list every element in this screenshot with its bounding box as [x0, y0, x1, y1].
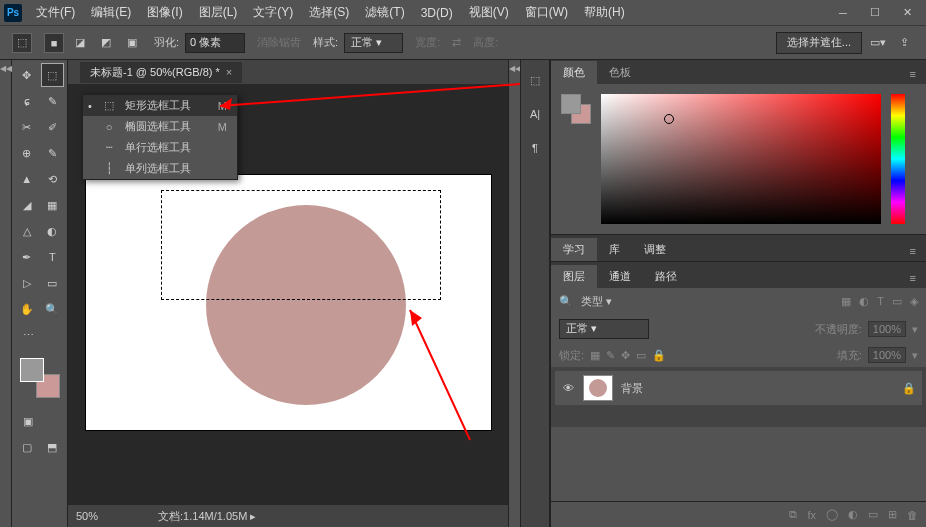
lock-all-icon[interactable]: 🔒	[652, 349, 666, 362]
visibility-icon[interactable]: 👁	[561, 382, 575, 394]
lasso-tool[interactable]: ɕ	[15, 89, 39, 113]
path-select-tool[interactable]: ▷	[15, 271, 39, 295]
delete-layer-icon[interactable]: 🗑	[907, 509, 918, 521]
adjustment-icon[interactable]: ◐	[848, 508, 858, 521]
filter-type-icon[interactable]: T	[877, 295, 884, 308]
blend-mode-select[interactable]: 正常 ▾	[559, 319, 649, 339]
panel-menu-icon[interactable]: ≡	[900, 64, 926, 84]
tab-paths[interactable]: 路径	[643, 265, 689, 288]
brush-tool[interactable]: ✎	[41, 141, 65, 165]
menu-view[interactable]: 视图(V)	[461, 4, 517, 21]
menu-3d[interactable]: 3D(D)	[413, 6, 461, 20]
screenmode2-tool[interactable]: ⬒	[41, 435, 65, 459]
tab-learn[interactable]: 学习	[551, 238, 597, 261]
selection-subtract-icon[interactable]: ◩	[96, 33, 116, 53]
layers-menu-icon[interactable]: ≡	[900, 268, 926, 288]
learn-menu-icon[interactable]: ≡	[900, 241, 926, 261]
color-swatches[interactable]	[18, 356, 62, 400]
tool-preset-icon[interactable]: ⬚	[12, 33, 32, 53]
filter-shape-icon[interactable]: ▭	[892, 295, 902, 308]
menu-filter[interactable]: 滤镜(T)	[357, 4, 412, 21]
flyout-col-marquee[interactable]: ┆ 单列选框工具	[83, 158, 237, 179]
menu-help[interactable]: 帮助(H)	[576, 4, 633, 21]
tab-adjust[interactable]: 调整	[632, 238, 678, 261]
screenmode-tool[interactable]: ▢	[15, 435, 39, 459]
menu-file[interactable]: 文件(F)	[28, 4, 83, 21]
paragraph-icon[interactable]: ¶	[525, 138, 545, 158]
link-layers-icon[interactable]: ⧉	[789, 508, 797, 521]
history-icon[interactable]: ⬚	[525, 70, 545, 90]
fill-value[interactable]: 100%	[868, 347, 906, 363]
canvas[interactable]	[86, 175, 491, 430]
maximize-button[interactable]: ☐	[860, 3, 890, 23]
healing-tool[interactable]: ⊕	[15, 141, 39, 165]
new-layer-icon[interactable]: ⊞	[888, 508, 897, 521]
workspace-icon[interactable]: ▭▾	[868, 33, 888, 53]
hue-slider[interactable]	[891, 94, 905, 224]
menu-type[interactable]: 文字(Y)	[245, 4, 301, 21]
eyedropper-tool[interactable]: ✐	[41, 115, 65, 139]
layer-name[interactable]: 背景	[621, 381, 894, 396]
zoom-level[interactable]: 50%	[76, 510, 98, 522]
tab-layers[interactable]: 图层	[551, 265, 597, 288]
flyout-ellipse-marquee[interactable]: ○ 椭圆选框工具M	[83, 116, 237, 137]
lock-position-icon[interactable]: ✥	[621, 349, 630, 362]
move-tool[interactable]: ✥	[15, 63, 39, 87]
pen-tool[interactable]: ✒	[15, 245, 39, 269]
gradient-tool[interactable]: ▦	[41, 193, 65, 217]
hand-tool[interactable]: ✋	[15, 297, 39, 321]
minimize-button[interactable]: ─	[828, 3, 858, 23]
lock-pixels-icon[interactable]: ▦	[590, 349, 600, 362]
type-tool[interactable]: T	[41, 245, 65, 269]
selection-intersect-icon[interactable]: ▣	[122, 33, 142, 53]
filter-adjust-icon[interactable]: ◐	[859, 295, 869, 308]
mid-collapse[interactable]: ◀◀	[508, 60, 520, 527]
layer-row[interactable]: 👁 背景 🔒	[555, 371, 922, 405]
dodge-tool[interactable]: ◐	[41, 219, 65, 243]
group-icon[interactable]: ▭	[868, 508, 878, 521]
opacity-value[interactable]: 100%	[868, 321, 906, 337]
select-and-mask-button[interactable]: 选择并遮住...	[776, 32, 862, 54]
zoom-tool[interactable]: 🔍	[41, 297, 65, 321]
blur-tool[interactable]: △	[15, 219, 39, 243]
glyph-icon[interactable]: A|	[525, 104, 545, 124]
color-marker[interactable]	[664, 114, 674, 124]
tab-library[interactable]: 库	[597, 238, 632, 261]
menu-image[interactable]: 图像(I)	[139, 4, 190, 21]
filter-pixel-icon[interactable]: ▦	[841, 295, 851, 308]
style-select[interactable]: 正常 ▾	[344, 33, 403, 53]
stamp-tool[interactable]: ▲	[15, 167, 39, 191]
tab-swatches[interactable]: 色板	[597, 61, 643, 84]
menu-layer[interactable]: 图层(L)	[191, 4, 246, 21]
quickmask-tool[interactable]: ▣	[15, 409, 41, 433]
foreground-color-swatch[interactable]	[20, 358, 44, 382]
lock-paint-icon[interactable]: ✎	[606, 349, 615, 362]
flyout-rect-marquee[interactable]: •⬚ 矩形选框工具M	[83, 95, 237, 116]
color-field[interactable]	[601, 94, 881, 224]
history-brush-tool[interactable]: ⟲	[41, 167, 65, 191]
filter-kind-select[interactable]: 类型 ▾	[581, 294, 612, 309]
fg-color-chip[interactable]	[561, 94, 581, 114]
eraser-tool[interactable]: ◢	[15, 193, 39, 217]
selection-new-icon[interactable]: ■	[44, 33, 64, 53]
share-icon[interactable]: ⇪	[894, 33, 914, 53]
lock-artboard-icon[interactable]: ▭	[636, 349, 646, 362]
layer-thumbnail[interactable]	[583, 375, 613, 401]
mask-icon[interactable]: ◯	[826, 508, 838, 521]
marquee-tool[interactable]: ⬚	[41, 63, 65, 87]
crop-tool[interactable]: ✂	[15, 115, 39, 139]
tab-color[interactable]: 颜色	[551, 61, 597, 84]
shape-tool[interactable]: ▭	[41, 271, 65, 295]
flyout-row-marquee[interactable]: ┄ 单行选框工具	[83, 137, 237, 158]
document-tab[interactable]: 未标题-1 @ 50%(RGB/8) * ×	[80, 62, 242, 83]
feather-input[interactable]	[185, 33, 245, 53]
fx-icon[interactable]: fx	[807, 509, 816, 521]
menu-window[interactable]: 窗口(W)	[517, 4, 576, 21]
filter-smart-icon[interactable]: ◈	[910, 295, 918, 308]
close-button[interactable]: ✕	[892, 3, 922, 23]
toolbox-collapse[interactable]: ◀◀	[0, 60, 12, 527]
menu-select[interactable]: 选择(S)	[301, 4, 357, 21]
close-tab-icon[interactable]: ×	[226, 66, 232, 78]
edit-toolbar[interactable]: ⋯	[15, 323, 41, 347]
search-icon[interactable]: 🔍	[559, 295, 573, 308]
